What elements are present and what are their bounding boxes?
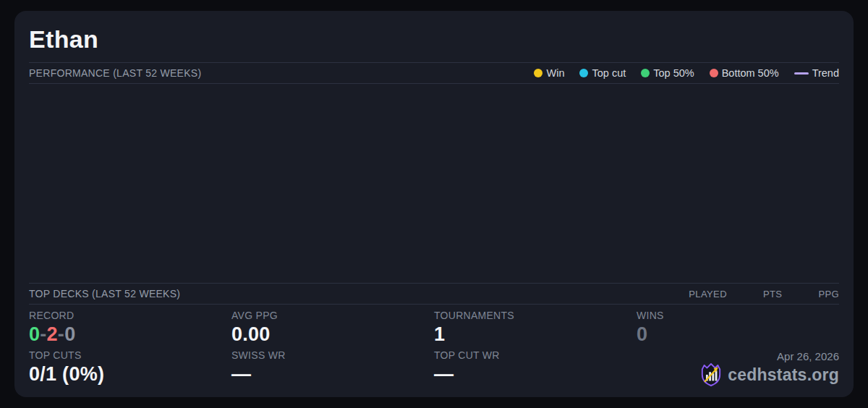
bottom-50-dot-icon: [710, 69, 718, 77]
branding-block: Apr 26, 2026 cedhstats.org: [637, 349, 839, 387]
win-dot-icon: [534, 69, 542, 77]
record-separator: -: [40, 323, 46, 345]
legend-item-top-cut: Top cut: [579, 67, 626, 79]
stat-avg-ppg: AVG PPG 0.00: [231, 310, 434, 347]
legend-label: Win: [546, 67, 564, 79]
stat-swiss-wr: SWISS WR —: [231, 349, 434, 387]
stat-tournaments: TOURNAMENTS 1: [434, 310, 637, 347]
record-losses: 2: [47, 323, 58, 345]
legend-item-bottom-50: Bottom 50%: [710, 67, 779, 79]
player-stats-card: Ethan PERFORMANCE (LAST 52 WEEKS) Win To…: [14, 11, 854, 397]
stat-avg-ppg-label: AVG PPG: [231, 310, 434, 321]
stat-record-label: RECORD: [29, 310, 231, 321]
column-played: PLAYED: [689, 289, 727, 299]
legend-item-trend: Trend: [794, 67, 839, 79]
report-date: Apr 26, 2026: [777, 350, 839, 362]
stats-grid: RECORD 0-2-0 AVG PPG 0.00 TOURNAMENTS 1 …: [29, 310, 839, 387]
legend-label: Bottom 50%: [722, 67, 779, 79]
top-50-dot-icon: [641, 69, 650, 77]
top-cut-dot-icon: [579, 69, 588, 77]
top-decks-columns: PLAYED PTS PPG: [689, 289, 839, 299]
stat-record-value: 0-2-0: [29, 323, 231, 346]
stat-top-cut-wr-value: —: [434, 363, 637, 386]
performance-header: PERFORMANCE (LAST 52 WEEKS) Win Top cut …: [29, 62, 839, 84]
chart-legend: Win Top cut Top 50% Bottom 50% Trend: [534, 67, 839, 79]
legend-label: Top 50%: [653, 67, 694, 79]
legend-item-win: Win: [534, 67, 564, 79]
stat-top-cuts-value: 0/1 (0%): [29, 363, 231, 386]
stat-wins: WINS 0: [637, 310, 839, 347]
legend-label: Top cut: [592, 67, 626, 79]
trend-line-icon: [794, 72, 809, 75]
stat-wins-label: WINS: [637, 310, 839, 321]
stat-swiss-wr-value: —: [231, 363, 434, 386]
performance-heading: PERFORMANCE (LAST 52 WEEKS): [29, 67, 201, 79]
performance-chart: [29, 84, 839, 283]
stat-top-cuts: TOP CUTS 0/1 (0%): [29, 349, 231, 387]
stat-tournaments-value: 1: [434, 323, 637, 346]
record-separator: -: [58, 323, 64, 345]
stat-record: RECORD 0-2-0: [29, 310, 231, 347]
stat-top-cut-wr-label: TOP CUT WR: [434, 349, 637, 361]
stat-top-cut-wr: TOP CUT WR —: [434, 349, 637, 387]
brand-name: cedhstats.org: [728, 365, 839, 385]
stat-top-cuts-label: TOP CUTS: [29, 349, 231, 361]
column-ppg: PPG: [818, 289, 839, 299]
stat-swiss-wr-label: SWISS WR: [231, 349, 434, 361]
record-draws: 0: [64, 323, 75, 345]
page-title: Ethan: [29, 26, 839, 53]
column-pts: PTS: [763, 289, 782, 299]
record-wins: 0: [29, 323, 40, 345]
legend-label: Trend: [812, 67, 839, 79]
top-decks-header: TOP DECKS (LAST 52 WEEKS) PLAYED PTS PPG: [29, 283, 839, 305]
stat-wins-value: 0: [637, 323, 839, 346]
stat-avg-ppg-value: 0.00: [231, 323, 434, 346]
stat-tournaments-label: TOURNAMENTS: [434, 310, 637, 321]
brand-row: cedhstats.org: [700, 362, 839, 387]
legend-item-top-50: Top 50%: [641, 67, 694, 79]
top-decks-heading: TOP DECKS (LAST 52 WEEKS): [29, 288, 180, 299]
cedhstats-logo-icon: [700, 362, 722, 387]
